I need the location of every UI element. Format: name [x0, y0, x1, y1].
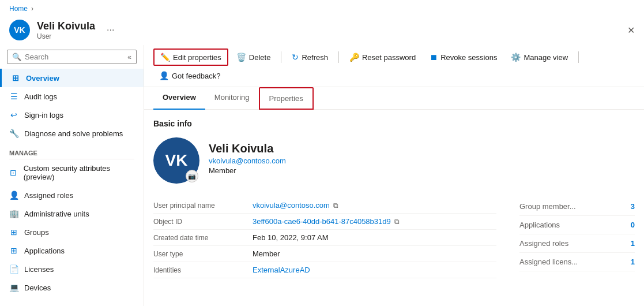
object-id-text: 3eff600a-cae6-40dd-b641-87c4058b31d9 [253, 217, 391, 226]
applications-value[interactable]: 0 [631, 221, 635, 229]
profile-row: VK 📷 Veli Koivula vkoivula@contoso.com M… [153, 137, 635, 184]
reset-password-icon: 🔑 [349, 53, 359, 62]
sidebar-label-licenses: Licenses [24, 265, 54, 274]
sidebar-label-groups: Groups [24, 228, 49, 237]
user-title: Veli Koivula User [37, 20, 95, 40]
edit-properties-button[interactable]: ✏️ Edit properties [153, 48, 228, 66]
upn-value[interactable]: vkoivula@contoso.com ⧉ [253, 201, 338, 210]
more-options-icon[interactable]: ··· [107, 25, 114, 35]
tab-properties[interactable]: Properties [259, 87, 314, 110]
stat-assigned-roles: Assigned roles 1 [519, 234, 635, 253]
devices-icon: 💻 [9, 283, 18, 292]
upn-label: User principal name [153, 201, 246, 210]
object-id-value[interactable]: 3eff600a-cae6-40dd-b641-87c4058b31d9 ⧉ [253, 217, 400, 226]
tab-monitoring[interactable]: Monitoring [205, 87, 259, 110]
delete-button[interactable]: 🗑️ Delete [231, 50, 277, 65]
sidebar-item-signin-logs[interactable]: ↩ Sign-in logs [0, 106, 144, 124]
tab-overview[interactable]: Overview [153, 87, 205, 110]
profile-name: Veli Koivula [209, 142, 286, 155]
properties-container: User principal name vkoivula@contoso.com… [153, 197, 635, 278]
avatar-initials: VK [165, 151, 188, 170]
toolbar-separator-2 [338, 51, 339, 63]
manage-view-label: Manage view [524, 53, 568, 62]
toolbar-separator-1 [281, 51, 281, 63]
revoke-sessions-button[interactable]: ⏹ Revoke sessions [424, 50, 503, 65]
breadcrumb: Home › [0, 0, 644, 17]
profile-role: Member [209, 166, 286, 175]
feedback-button[interactable]: 👤 Got feedback? [153, 68, 227, 83]
sidebar-item-devices[interactable]: 💻 Devices [0, 278, 144, 297]
assigned-licenses-label: Assigned licens... [519, 258, 578, 266]
prop-created: Created date time Feb 10, 2022, 9:07 AM [153, 230, 496, 246]
groups-icon: ⊞ [9, 227, 18, 237]
search-input[interactable] [25, 53, 124, 61]
sidebar-item-overview[interactable]: ⊞ Overview [0, 69, 144, 87]
feedback-label: Got feedback? [172, 72, 221, 80]
sidebar-item-assigned-roles[interactable]: 👤 Assigned roles [0, 186, 144, 204]
camera-badge[interactable]: 📷 [186, 170, 198, 182]
identities-value[interactable]: ExternalAzureAD [253, 266, 310, 274]
toolbar-separator-3 [578, 51, 579, 63]
prop-user-type: User type Member [153, 246, 496, 262]
home-link[interactable]: Home [9, 5, 28, 13]
sidebar-label-audit: Audit logs [24, 92, 57, 101]
diagnose-icon: 🔧 [9, 129, 18, 138]
sidebar-label-admin-units: Administrative units [24, 210, 89, 218]
group-members-value[interactable]: 3 [631, 202, 635, 211]
sidebar-label-overview: Overview [26, 74, 59, 83]
sidebar-label-signin: Sign-in logs [24, 111, 63, 120]
signin-icon: ↩ [9, 110, 18, 120]
sidebar-item-audit-logs[interactable]: ☰ Audit logs [0, 87, 144, 106]
refresh-button[interactable]: ↻ Refresh [286, 50, 334, 65]
user-type: User [37, 32, 95, 40]
profile-info: Veli Koivula vkoivula@contoso.com Member [209, 137, 286, 175]
toolbar: ✏️ Edit properties 🗑️ Delete ↻ Refresh 🔑… [144, 45, 644, 87]
search-box[interactable]: 🔍 « [7, 50, 137, 64]
avatar-small: VK [9, 20, 30, 40]
created-value: Feb 10, 2022, 9:07 AM [253, 233, 329, 242]
object-id-label: Object ID [153, 218, 246, 226]
copy-upn-icon[interactable]: ⧉ [333, 201, 338, 210]
reset-password-button[interactable]: 🔑 Reset password [344, 50, 421, 65]
section-title: Basic info [153, 119, 635, 128]
edit-icon: ✏️ [160, 53, 170, 62]
breadcrumb-separator: › [31, 5, 33, 13]
audit-icon: ☰ [9, 92, 18, 101]
avatar-large: VK 📷 [153, 137, 199, 184]
sidebar-item-licenses[interactable]: 📄 Licenses [0, 260, 144, 278]
created-label: Created date time [153, 234, 246, 242]
reset-password-label: Reset password [362, 53, 416, 62]
copy-object-id-icon[interactable]: ⧉ [394, 218, 400, 226]
overview-icon: ⊞ [11, 73, 20, 83]
sidebar-item-custom-security[interactable]: ⊡ Custom security attributes (preview) [0, 159, 144, 186]
properties-list: User principal name vkoivula@contoso.com… [153, 197, 496, 278]
assigned-licenses-value[interactable]: 1 [631, 258, 635, 266]
upn-text: vkoivula@contoso.com [253, 201, 330, 210]
search-icon: 🔍 [12, 53, 21, 61]
sidebar: 🔍 « ⊞ Overview ☰ Audit logs ↩ Sign-in lo… [0, 45, 144, 306]
applications-label: Applications [519, 221, 560, 229]
stat-group-members: Group member... 3 [519, 197, 635, 216]
assigned-roles-value[interactable]: 1 [631, 239, 635, 248]
manage-view-button[interactable]: ⚙️ Manage view [505, 50, 574, 65]
sidebar-label-custom-security: Custom security attributes (preview) [24, 164, 134, 181]
collapse-icon[interactable]: « [127, 53, 131, 61]
manage-label: Manage [0, 143, 144, 159]
sidebar-item-admin-units[interactable]: 🏢 Administrative units [0, 204, 144, 223]
sidebar-item-diagnose[interactable]: 🔧 Diagnose and solve problems [0, 124, 144, 143]
assigned-roles-label: Assigned roles [519, 239, 568, 248]
stat-applications: Applications 0 [519, 216, 635, 234]
admin-units-icon: 🏢 [9, 209, 18, 218]
feedback-icon: 👤 [159, 71, 169, 80]
sidebar-item-groups[interactable]: ⊞ Groups [0, 223, 144, 241]
revoke-sessions-label: Revoke sessions [440, 53, 497, 62]
sidebar-label-applications: Applications [24, 247, 65, 255]
revoke-icon: ⏹ [430, 53, 438, 62]
profile-email: vkoivula@contoso.com [209, 156, 286, 165]
licenses-icon: 📄 [9, 264, 18, 274]
close-button[interactable]: ✕ [627, 25, 635, 36]
refresh-label: Refresh [302, 53, 328, 62]
manage-view-icon: ⚙️ [511, 53, 521, 62]
user-header: VK Veli Koivula User ··· ✕ [0, 17, 644, 45]
sidebar-item-applications[interactable]: ⊞ Applications [0, 241, 144, 260]
